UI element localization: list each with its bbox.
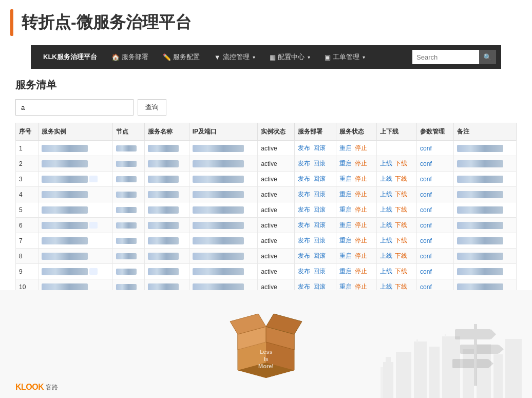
offline-link[interactable]: 下线 (395, 221, 407, 229)
online-link[interactable]: 上线 (380, 221, 392, 229)
cell-params: conf (417, 141, 454, 156)
cell-online-offline: 上线 下线 (376, 264, 416, 279)
deploy-rollback-link[interactable]: 回滚 (313, 144, 326, 151)
nav-service-deploy[interactable]: 🏠 服务部署 (104, 45, 156, 69)
online-link[interactable]: 上线 (380, 252, 392, 259)
conf-link[interactable]: conf (420, 160, 432, 167)
online-link[interactable]: 上线 (380, 191, 392, 198)
restart-link[interactable]: 重启 (339, 160, 352, 167)
deploy-publish-link[interactable]: 发布 (298, 175, 310, 182)
offline-link[interactable]: 下线 (395, 252, 407, 259)
deploy-publish-link[interactable]: 发布 (298, 221, 310, 229)
instance-value (42, 160, 88, 167)
deploy-rollback-link[interactable]: 回滚 (313, 283, 326, 290)
deploy-publish-link[interactable]: 发布 (298, 206, 310, 213)
deploy-publish-link[interactable]: 发布 (298, 252, 310, 259)
nav-service-config[interactable]: ✏️ 服务配置 (156, 45, 207, 69)
online-link[interactable]: 上线 (380, 237, 392, 244)
deploy-rollback-link[interactable]: 回滚 (313, 268, 326, 275)
search-input[interactable] (412, 50, 479, 64)
deploy-rollback-link[interactable]: 回滚 (313, 252, 326, 259)
stop-link[interactable]: 停止 (355, 160, 367, 167)
stop-link[interactable]: 停止 (355, 191, 367, 198)
online-link[interactable]: 上线 (380, 268, 392, 275)
online-link[interactable]: 上线 (380, 175, 392, 182)
deploy-rollback-link[interactable]: 回滚 (313, 221, 326, 229)
deploy-rollback-link[interactable]: 回滚 (313, 175, 326, 182)
table-row: 6 active发布 回滚重启 停止上线 下线conf (16, 218, 517, 233)
conf-link[interactable]: conf (420, 268, 432, 275)
cell-remarks (454, 233, 517, 249)
restart-link[interactable]: 重启 (339, 252, 352, 259)
conf-link[interactable]: conf (420, 206, 432, 214)
conf-link[interactable]: conf (420, 222, 432, 229)
service-name-value (148, 191, 179, 198)
restart-link[interactable]: 重启 (339, 144, 352, 151)
status-badge: active (261, 145, 277, 152)
instance-value (42, 283, 88, 291)
deploy-rollback-link[interactable]: 回滚 (313, 160, 326, 167)
cell-service-name (145, 156, 189, 172)
deploy-rollback-link[interactable]: 回滚 (313, 206, 326, 213)
offline-link[interactable]: 下线 (395, 175, 407, 182)
online-link[interactable]: 上线 (380, 283, 392, 290)
conf-link[interactable]: conf (420, 253, 432, 260)
nav-tool-management[interactable]: ▣ 工单管理 ▾ (317, 45, 372, 69)
offline-link[interactable]: 下线 (395, 160, 407, 167)
service-name-value (148, 253, 179, 260)
stop-link[interactable]: 停止 (355, 221, 367, 229)
cell-node (112, 172, 145, 187)
service-name-value (148, 268, 179, 275)
offline-link[interactable]: 下线 (395, 237, 407, 244)
restart-link[interactable]: 重启 (339, 206, 352, 213)
conf-link[interactable]: conf (420, 283, 432, 291)
service-name-value (148, 176, 179, 183)
deploy-publish-link[interactable]: 发布 (298, 283, 310, 290)
deploy-publish-link[interactable]: 发布 (298, 144, 310, 151)
restart-link[interactable]: 重启 (339, 221, 352, 229)
restart-link[interactable]: 重启 (339, 237, 352, 244)
conf-link[interactable]: conf (420, 237, 432, 244)
instance-value (42, 222, 88, 229)
restart-link[interactable]: 重启 (339, 175, 352, 182)
restart-link[interactable]: 重启 (339, 268, 352, 275)
query-button[interactable]: 查询 (138, 99, 166, 116)
cell-service-name (145, 264, 189, 279)
online-link[interactable]: 上线 (380, 206, 392, 213)
nav-flow-management[interactable]: ▼ 流控管理 ▾ (207, 45, 262, 69)
restart-link[interactable]: 重启 (339, 283, 352, 290)
service-search-input[interactable] (15, 99, 134, 116)
stop-link[interactable]: 停止 (355, 237, 367, 244)
nav-config-center[interactable]: ▦ 配置中心 ▾ (262, 45, 317, 69)
search-bar: 查询 (15, 99, 517, 116)
offline-link[interactable]: 下线 (395, 191, 407, 198)
stop-link[interactable]: 停止 (355, 283, 367, 290)
stop-link[interactable]: 停止 (355, 175, 367, 182)
deploy-publish-link[interactable]: 发布 (298, 191, 310, 198)
ip-value (193, 237, 244, 244)
conf-link[interactable]: conf (420, 145, 432, 152)
stop-link[interactable]: 停止 (355, 206, 367, 213)
cell-instance (38, 187, 112, 202)
restart-link[interactable]: 重启 (339, 191, 352, 198)
deploy-rollback-link[interactable]: 回滚 (313, 191, 326, 198)
cell-no: 4 (16, 187, 39, 202)
stop-link[interactable]: 停止 (355, 144, 367, 151)
stop-link[interactable]: 停止 (355, 268, 367, 275)
deploy-publish-link[interactable]: 发布 (298, 160, 310, 167)
deploy-rollback-link[interactable]: 回滚 (313, 237, 326, 244)
conf-link[interactable]: conf (420, 191, 432, 198)
cell-deploy: 发布 回滚 (295, 233, 336, 249)
main-content: 服务清单 查询 序号 服务实例 节点 服务名称 IP及端口 实例状态 服务部署 … (0, 69, 532, 319)
node-value (116, 207, 137, 213)
cell-service-status: 重启 停止 (336, 233, 376, 249)
deploy-publish-link[interactable]: 发布 (298, 237, 310, 244)
offline-link[interactable]: 下线 (395, 283, 407, 290)
stop-link[interactable]: 停止 (355, 252, 367, 259)
offline-link[interactable]: 下线 (395, 206, 407, 213)
offline-link[interactable]: 下线 (395, 268, 407, 275)
online-link[interactable]: 上线 (380, 160, 392, 167)
search-button[interactable]: 🔍 (479, 50, 496, 64)
deploy-publish-link[interactable]: 发布 (298, 268, 310, 275)
conf-link[interactable]: conf (420, 176, 432, 183)
